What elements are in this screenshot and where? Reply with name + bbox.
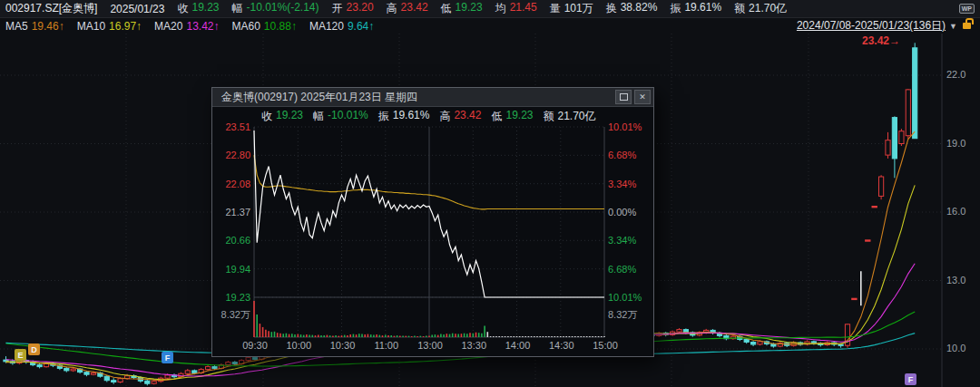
price-axis-label: 10.0: [946, 343, 965, 353]
popup-pct-axis-label: 10.01%: [608, 292, 642, 303]
price-axis-label: 16.0: [946, 206, 965, 217]
popup-time-axis-label: 14:30: [546, 340, 577, 351]
wp-tool-icon[interactable]: WP: [959, 4, 975, 14]
quote-field-volume: 量101万: [550, 1, 593, 16]
popup-price-axis-label: 21.37: [214, 207, 250, 218]
chevron-down-icon[interactable]: ▼: [949, 22, 957, 31]
popup-pct-axis-label: 3.34%: [608, 235, 636, 246]
intraday-popup-window[interactable]: 金奥博(002917) 2025年01月23日 星期四 ✕ 收19.23 幅-1…: [211, 87, 654, 357]
popup-field-amount: 额21.70亿: [544, 109, 596, 124]
event-badge-f[interactable]: F: [905, 373, 916, 385]
price-axis-label: 13.0: [946, 275, 965, 285]
quote-field-low: 低19.23: [441, 1, 483, 16]
popup-price-axis-label: 22.08: [214, 179, 250, 189]
popup-price-axis-label: 19.94: [214, 264, 250, 275]
ma-legend-bar: MA519.46↑ MA1016.97↑ MA2013.42↑ MA6010.8…: [0, 18, 980, 34]
unlock-icon[interactable]: [963, 23, 971, 29]
popup-time-axis-label: 15:00: [590, 340, 621, 351]
popup-time-axis-label: 09:30: [240, 340, 270, 351]
popup-field-close: 收19.23: [261, 109, 303, 124]
popup-pct-axis-label: 10.01%: [608, 121, 642, 132]
event-badge-d[interactable]: D: [28, 343, 40, 355]
popup-volume-axis-label: 8.32万: [608, 308, 637, 322]
popup-time-axis-label: 14:00: [503, 340, 534, 351]
event-badge-e[interactable]: E: [15, 349, 26, 361]
ma120-legend: MA1209.64↑: [309, 20, 374, 33]
popup-field-change: 幅-10.01%: [313, 109, 368, 124]
ma20-legend: MA2013.42↑: [154, 20, 219, 33]
popup-field-amplitude: 振19.61%: [378, 109, 430, 124]
price-axis-label: 19.0: [946, 138, 965, 149]
popup-field-high: 高23.42: [439, 109, 481, 124]
quote-field-amplitude: 振19.61%: [670, 1, 721, 16]
popup-price-axis-label: 22.80: [214, 150, 250, 160]
popup-price-axis-label: 19.23: [214, 292, 250, 303]
popup-volume-axis-label: 8.32万: [214, 308, 250, 322]
ma5-legend: MA519.46↑: [5, 20, 64, 33]
quote-field-change: 幅-10.01%(-2.14): [231, 1, 318, 16]
close-button[interactable]: ✕: [634, 90, 651, 104]
quote-field-open: 开23.20: [332, 1, 374, 16]
quote-date: 2025/01/23: [110, 3, 164, 15]
stock-terminal-window: 002917.SZ[金奥博] 2025/01/23 收19.23 幅-10.01…: [0, 0, 980, 387]
event-badge-f[interactable]: F: [162, 352, 173, 363]
quote-field-close: 收19.23: [177, 1, 219, 16]
popup-time-axis-label: 10:00: [283, 340, 314, 351]
popup-time-axis-label: 10:30: [328, 340, 358, 351]
intraday-line-canvas[interactable]: [212, 107, 652, 355]
date-range-selector[interactable]: 2024/07/08-2025/01/23(136日): [797, 18, 946, 34]
ma10-legend: MA1016.97↑: [77, 20, 142, 33]
popup-pct-axis-label: 0.00%: [608, 207, 636, 218]
popup-price-axis-label: 23.51: [214, 121, 250, 132]
popup-time-axis-label: 11:00: [371, 340, 402, 351]
price-axis-label: 22.0: [946, 69, 965, 80]
popup-title: 金奥博(002917) 2025年01月23日 星期四: [221, 90, 417, 105]
quote-field-avg: 均21.45: [495, 1, 537, 16]
quote-bar: 002917.SZ[金奥博] 2025/01/23 收19.23 幅-10.01…: [0, 0, 980, 18]
popup-info-row: 收19.23 幅-10.01% 振19.61% 高23.42 低19.23 额2…: [261, 109, 606, 124]
popup-field-low: 低19.23: [491, 109, 533, 124]
ma60-legend: MA6010.88↑: [232, 20, 297, 33]
popup-time-axis-label: 13:00: [415, 340, 446, 351]
popup-pct-axis-label: 3.34%: [608, 179, 636, 189]
popup-pct-axis-label: 6.68%: [608, 264, 636, 275]
popup-pct-axis-label: 6.68%: [608, 150, 636, 160]
popup-title-bar[interactable]: 金奥博(002917) 2025年01月23日 星期四 ✕: [212, 88, 653, 107]
stock-symbol: 002917.SZ[金奥博]: [5, 1, 97, 16]
last-price-label: 23.42→: [840, 34, 900, 47]
close-icon: ✕: [639, 93, 646, 102]
maximize-button[interactable]: [615, 90, 632, 104]
maximize-icon: [620, 93, 628, 101]
popup-price-axis-label: 20.66: [214, 235, 250, 246]
quote-field-amount: 额21.70亿: [734, 1, 787, 16]
quote-field-turnover: 换38.82%: [606, 1, 658, 16]
intraday-chart-area[interactable]: 收19.23 幅-10.01% 振19.61% 高23.42 低19.23 额2…: [212, 107, 652, 355]
quote-field-high: 高23.42: [387, 1, 428, 16]
popup-time-axis-label: 13:30: [458, 340, 489, 351]
